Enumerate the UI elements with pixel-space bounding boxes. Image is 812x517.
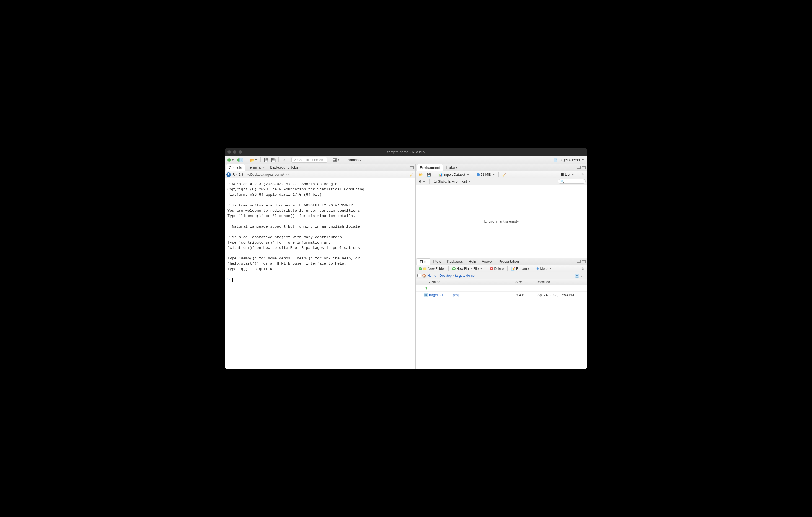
scope-menu[interactable]: 🗂 Global Environment: [432, 179, 472, 184]
tab-presentation[interactable]: Presentation: [496, 258, 522, 265]
memory-usage[interactable]: 72 MiB: [475, 172, 496, 177]
files-pane: Files Plots Packages Help Viewer Present…: [416, 258, 587, 369]
view-mode-menu[interactable]: ☰ List: [560, 172, 575, 177]
more-menu[interactable]: ⚙ More: [535, 266, 553, 271]
addins-menu[interactable]: Addins: [345, 157, 364, 163]
zoom-window-button[interactable]: [238, 150, 242, 153]
more-path-button[interactable]: …: [580, 274, 586, 278]
maximize-pane-button[interactable]: [410, 166, 414, 169]
import-dataset-button[interactable]: 📊 Import Dataset: [437, 172, 470, 177]
working-dir[interactable]: ~/Desktop/targets-demo/: [248, 173, 284, 177]
close-icon[interactable]: ×: [299, 166, 301, 169]
files-tabs: Files Plots Packages Help Viewer Present…: [416, 258, 587, 265]
minimize-pane-button[interactable]: [577, 166, 581, 169]
rproj-icon: R: [424, 293, 428, 297]
project-menu[interactable]: Rtargets-demo: [552, 157, 586, 163]
close-window-button[interactable]: [228, 150, 231, 153]
r-version: R 4.2.3: [232, 173, 243, 177]
open-file-button[interactable]: 📂: [249, 157, 258, 163]
language-menu[interactable]: R: [417, 179, 427, 184]
minimize-window-button[interactable]: [233, 150, 236, 153]
tab-history[interactable]: History: [443, 164, 460, 171]
file-name[interactable]: targets-demo.Rproj: [429, 293, 515, 297]
chevron-icon[interactable]: ➯: [286, 173, 289, 177]
up-arrow-icon: ⬆: [425, 286, 428, 290]
console-tabs: Console Terminal× Background Jobs×: [225, 164, 415, 171]
print-button[interactable]: 🖨: [281, 157, 287, 163]
main-toolbar: + +R 📂 💾 💾 🖨 ↗Go to file/function Addins…: [225, 156, 587, 164]
file-headers: Name Size Modified: [416, 279, 587, 285]
goto-placeholder: Go to file/function: [297, 158, 323, 162]
breadcrumbs: 🏠 Home › Desktop › targets-demo R …: [416, 272, 587, 279]
save-button[interactable]: 💾: [263, 157, 269, 163]
file-checkbox[interactable]: [418, 293, 422, 296]
new-blank-file-button[interactable]: + New Blank File: [451, 266, 484, 271]
cursor: [232, 278, 233, 282]
new-file-button[interactable]: +: [226, 158, 235, 162]
column-modified[interactable]: Modified: [538, 280, 587, 284]
delete-button[interactable]: ✕ Delete: [489, 266, 505, 271]
window-title: targets-demo - RStudio: [387, 150, 425, 154]
console-info-bar: R R 4.2.3 · ~/Desktop/targets-demo/ ➯ 🧹: [225, 171, 415, 178]
maximize-pane-button[interactable]: [582, 260, 586, 263]
file-row-updir[interactable]: ⬆ ..: [416, 285, 587, 292]
column-size[interactable]: Size: [515, 280, 538, 284]
environment-pane: Environment History 📂 💾 📊 Import Dataset…: [416, 164, 587, 258]
tab-packages[interactable]: Packages: [444, 258, 466, 265]
new-project-button[interactable]: +R: [236, 157, 244, 163]
breadcrumb-home[interactable]: Home: [427, 274, 436, 278]
save-workspace-button[interactable]: 💾: [425, 172, 432, 177]
tab-viewer[interactable]: Viewer: [479, 258, 496, 265]
refresh-env-button[interactable]: ↻: [580, 172, 586, 177]
tab-background-jobs[interactable]: Background Jobs×: [267, 164, 304, 171]
file-modified: Apr 24, 2023, 12:53 PM: [538, 293, 587, 297]
minimize-pane-button[interactable]: [577, 260, 581, 263]
goto-file-input[interactable]: ↗Go to file/function: [291, 157, 327, 163]
refresh-files-button[interactable]: ↻: [580, 266, 586, 271]
breadcrumb-desktop[interactable]: Desktop: [439, 274, 452, 278]
breadcrumb-current[interactable]: targets-demo: [455, 274, 475, 278]
env-search-input[interactable]: 🔍: [558, 179, 586, 184]
env-scope-bar: R 🗂 Global Environment 🔍: [416, 178, 587, 185]
r-logo-icon: R: [226, 172, 231, 177]
file-row: R targets-demo.Rproj 204 B Apr 24, 2023,…: [416, 292, 587, 298]
tab-environment[interactable]: Environment: [417, 164, 443, 171]
tab-console[interactable]: Console: [226, 164, 245, 171]
save-all-button[interactable]: 💾: [270, 157, 276, 163]
env-tabs: Environment History: [416, 164, 587, 171]
panes-button[interactable]: [332, 158, 341, 162]
file-size: 204 B: [515, 293, 538, 297]
left-pane: Console Terminal× Background Jobs× R R 4…: [225, 164, 416, 369]
new-folder-button[interactable]: +📁 New Folder: [417, 266, 446, 271]
rename-button[interactable]: 📝 Rename: [510, 266, 530, 271]
select-all-checkbox[interactable]: [417, 274, 421, 277]
traffic-lights: [228, 150, 242, 153]
tab-plots[interactable]: Plots: [430, 258, 444, 265]
tab-help[interactable]: Help: [466, 258, 479, 265]
env-empty-message: Environment is empty: [416, 185, 587, 258]
clear-workspace-button[interactable]: 🧹: [501, 172, 508, 177]
console-prompt: >: [228, 278, 230, 282]
files-toolbar: +📁 New Folder + New Blank File ✕ Delete …: [416, 265, 587, 272]
project-root-icon[interactable]: R: [575, 274, 579, 278]
env-toolbar: 📂 💾 📊 Import Dataset 72 MiB 🧹 ☰ List ↻: [416, 171, 587, 178]
sort-asc-icon: [428, 282, 431, 283]
titlebar: targets-demo - RStudio: [225, 148, 587, 156]
app-window: targets-demo - RStudio + +R 📂 💾 💾 🖨 ↗Go …: [225, 148, 587, 369]
load-workspace-button[interactable]: 📂: [417, 172, 424, 177]
close-icon[interactable]: ×: [263, 166, 264, 169]
right-pane: Environment History 📂 💾 📊 Import Dataset…: [416, 164, 587, 369]
clear-console-button[interactable]: 🧹: [410, 173, 414, 177]
home-icon[interactable]: 🏠: [422, 274, 426, 278]
main-area: Console Terminal× Background Jobs× R R 4…: [225, 164, 587, 369]
maximize-pane-button[interactable]: [582, 166, 586, 169]
tab-files[interactable]: Files: [417, 258, 430, 265]
updir-link[interactable]: ..: [429, 286, 515, 290]
console-output[interactable]: R version 4.2.3 (2023-03-15) -- "Shortst…: [225, 178, 415, 369]
tab-terminal[interactable]: Terminal×: [245, 164, 268, 171]
column-name[interactable]: Name: [424, 280, 515, 284]
